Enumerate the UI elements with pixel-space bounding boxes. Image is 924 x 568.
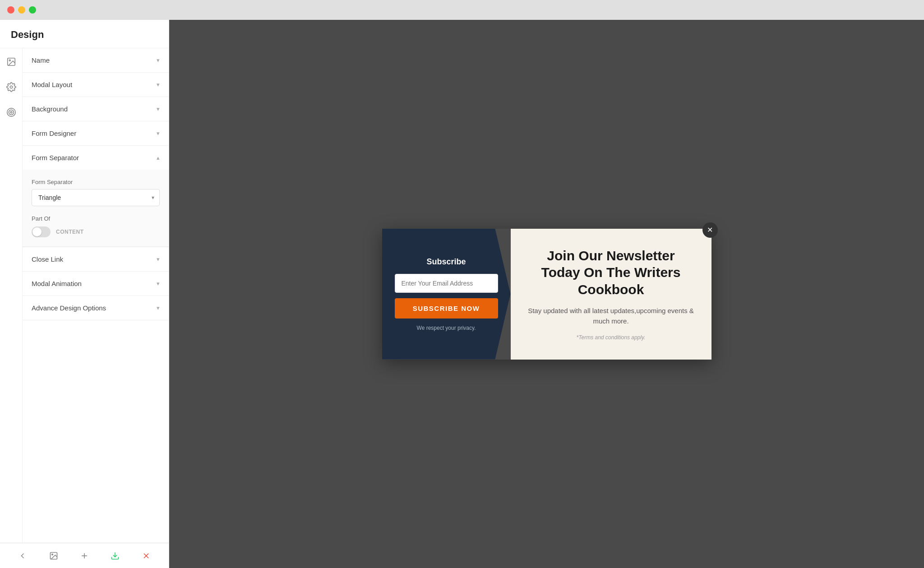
target-icon[interactable]	[3, 104, 19, 120]
accordion-modal-layout-label: Modal Layout	[32, 81, 72, 88]
back-button[interactable]	[14, 547, 32, 565]
modal-popup: ✕ Subscribe SUBSCRIBE NOW We respect you…	[382, 229, 711, 360]
sidebar-body: Name ▾ Modal Layout ▾ Background ▾	[0, 48, 169, 543]
svg-point-7	[51, 554, 53, 555]
subscribe-title: Subscribe	[426, 257, 466, 267]
accordion-name-header[interactable]: Name ▾	[23, 48, 169, 72]
chevron-down-icon: ▾	[157, 130, 160, 137]
svg-point-2	[10, 86, 13, 88]
email-input[interactable]	[395, 274, 498, 293]
accordion-form-separator-header[interactable]: Form Separator ▴	[23, 146, 169, 170]
chevron-down-icon: ▾	[157, 256, 160, 263]
titlebar	[0, 0, 924, 20]
accordion-background-header[interactable]: Background ▾	[23, 97, 169, 121]
content-toggle[interactable]	[32, 226, 51, 237]
svg-point-5	[10, 111, 12, 113]
sidebar-title: Design	[0, 20, 169, 48]
chevron-down-icon: ▾	[157, 106, 160, 112]
modal-right-panel: Join Our Newsletter Today On The Writers…	[511, 229, 711, 360]
accordion-name-label: Name	[32, 56, 50, 64]
main-canvas: ✕ Subscribe SUBSCRIBE NOW We respect you…	[169, 20, 924, 568]
toggle-row: CONTENT	[32, 226, 160, 237]
chevron-down-icon: ▾	[157, 57, 160, 64]
close-button[interactable]	[7, 6, 14, 14]
subscribe-button[interactable]: SUBSCRIBE NOW	[395, 298, 498, 319]
accordion-form-separator-label: Form Separator	[32, 154, 79, 162]
accordion-modal-animation: Modal Animation ▾	[23, 272, 169, 296]
minimize-button[interactable]	[18, 6, 25, 14]
accordion-advance-design-label: Advance Design Options	[32, 304, 106, 312]
download-button[interactable]	[106, 547, 124, 565]
modal-terms: *Terms and conditions apply.	[577, 334, 646, 341]
accordion-name: Name ▾	[23, 48, 169, 73]
accordion-modal-layout: Modal Layout ▾	[23, 73, 169, 97]
add-button[interactable]	[75, 547, 93, 565]
image-button[interactable]	[45, 547, 63, 565]
chevron-down-icon: ▾	[157, 305, 160, 311]
bottom-toolbar	[0, 543, 169, 568]
part-of-label: Part Of	[32, 215, 160, 222]
modal-headline: Join Our Newsletter Today On The Writers…	[527, 247, 695, 298]
toggle-text-label: CONTENT	[56, 229, 84, 235]
gear-icon[interactable]	[3, 79, 19, 95]
form-separator-field-label: Form Separator	[32, 179, 160, 185]
image-icon[interactable]	[3, 54, 19, 70]
app-layout: Design	[0, 20, 924, 568]
privacy-text: We respect your privacy.	[417, 325, 476, 331]
svg-point-1	[9, 60, 10, 61]
accordion-form-designer: Form Designer ▾	[23, 121, 169, 146]
sidebar-icons	[0, 48, 23, 543]
modal-left-panel: Subscribe SUBSCRIBE NOW We respect your …	[382, 229, 511, 360]
modal-close-button[interactable]: ✕	[702, 222, 718, 238]
modal-subtext: Stay updated with all latest updates,upc…	[527, 306, 695, 326]
delete-button[interactable]	[137, 547, 155, 565]
accordion-modal-animation-header[interactable]: Modal Animation ▾	[23, 272, 169, 296]
accordion-advance-design-header[interactable]: Advance Design Options ▾	[23, 296, 169, 320]
svg-point-4	[9, 110, 14, 115]
accordion-close-link-label: Close Link	[32, 255, 63, 263]
chevron-down-icon: ▾	[157, 81, 160, 88]
accordion-form-designer-header[interactable]: Form Designer ▾	[23, 121, 169, 145]
accordion-form-separator: Form Separator ▴ Form Separator Triangle…	[23, 146, 169, 247]
maximize-button[interactable]	[29, 6, 36, 14]
accordion-modal-layout-header[interactable]: Modal Layout ▾	[23, 73, 169, 97]
accordion-background: Background ▾	[23, 97, 169, 121]
sidebar: Design	[0, 20, 169, 568]
form-separator-select[interactable]: Triangle Arrow Curve None	[32, 189, 160, 206]
sidebar-accordion: Name ▾ Modal Layout ▾ Background ▾	[23, 48, 169, 543]
accordion-advance-design: Advance Design Options ▾	[23, 296, 169, 320]
accordion-close-link-header[interactable]: Close Link ▾	[23, 247, 169, 271]
svg-point-3	[7, 108, 15, 116]
chevron-down-icon: ▾	[157, 280, 160, 287]
form-separator-select-wrapper: Triangle Arrow Curve None ▾	[32, 189, 160, 206]
form-separator-body: Form Separator Triangle Arrow Curve None…	[23, 170, 169, 247]
accordion-modal-animation-label: Modal Animation	[32, 280, 82, 287]
accordion-close-link: Close Link ▾	[23, 247, 169, 272]
chevron-up-icon: ▴	[157, 154, 160, 161]
accordion-background-label: Background	[32, 105, 68, 113]
accordion-form-designer-label: Form Designer	[32, 129, 76, 137]
